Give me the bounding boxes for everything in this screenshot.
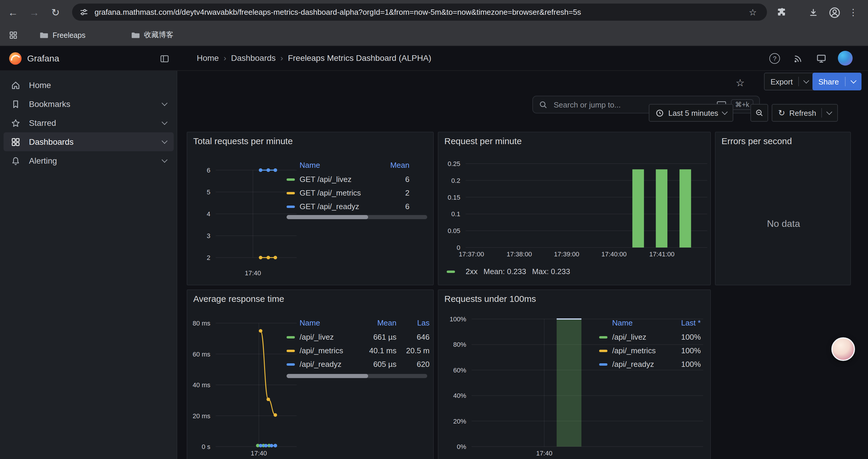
svg-text:60 ms: 60 ms — [193, 351, 210, 358]
legend-header-mean[interactable]: Mean — [390, 160, 409, 169]
chart-legend: 2xx Mean: 0.233 Max: 0.233 — [447, 267, 570, 276]
legend-row[interactable]: /api/_livez 661 µs 646 — [286, 330, 430, 344]
sidebar: Home Bookmarks Starred Dashboards — [0, 71, 177, 459]
chevron-down-icon[interactable] — [162, 100, 167, 106]
assistant-avatar[interactable] — [831, 337, 855, 361]
legend-table: Name Mean GET /api/_livez 6 GET /api/_me… — [286, 157, 409, 213]
no-data-message: No data — [716, 219, 851, 229]
scrollbar-thumb[interactable] — [286, 374, 368, 378]
scrollbar-thumb[interactable] — [286, 215, 368, 219]
legend-header-mean[interactable]: Mean — [360, 318, 397, 327]
bookmark-label: Freeleaps — [53, 31, 85, 39]
series-name[interactable]: 2xx — [466, 267, 477, 276]
legend-row[interactable]: /api/_readyz 605 µs 620 — [286, 357, 430, 371]
chevron-down-icon — [850, 78, 857, 84]
forward-icon[interactable]: → — [26, 4, 42, 21]
legend-row[interactable]: GET /api/_metrics 2 — [286, 186, 409, 200]
legend-scrollbar[interactable] — [286, 215, 427, 219]
legend-header-last[interactable]: Last * — [681, 318, 701, 327]
zoom-out-button[interactable] — [750, 104, 768, 122]
search-icon — [539, 100, 548, 109]
screen: ← → ↻ grafana.mathmast.com/d/deytv4rwava… — [0, 0, 868, 459]
svg-text:5: 5 — [207, 189, 210, 196]
chevron-down-icon[interactable] — [162, 157, 167, 163]
browser-profile-icon[interactable] — [826, 4, 843, 21]
bookmark-folder-blog[interactable]: 收藏博客 — [126, 28, 178, 42]
sidebar-item-alerting[interactable]: Alerting — [4, 151, 174, 170]
user-avatar[interactable] — [838, 51, 852, 66]
panel-request-per-minute[interactable]: Request per minute 0.250.20.150.10.05017… — [438, 132, 711, 285]
browser-menu-icon[interactable]: ⋮ — [845, 4, 862, 21]
legend-header-name[interactable]: Name — [300, 160, 320, 169]
series-max: Max: 0.233 — [532, 267, 570, 276]
legend-header-last[interactable]: Las — [397, 318, 430, 327]
breadcrumb-dashboards[interactable]: Dashboards — [231, 53, 276, 63]
refresh-button[interactable]: ↻ Refresh — [772, 104, 838, 122]
folder-icon — [39, 31, 49, 40]
share-button[interactable]: Share — [812, 73, 861, 90]
panel-total-requests[interactable]: Total requests per minute 6543217:40 Nam… — [187, 132, 434, 285]
series-swatch — [599, 363, 608, 365]
svg-text:17:40: 17:40 — [536, 450, 553, 457]
svg-text:17:40: 17:40 — [245, 269, 261, 277]
bookmark-folder-freeleaps[interactable]: Freeleaps — [34, 28, 90, 42]
series-swatch — [286, 205, 295, 208]
search-shortcut: ⌘+k — [731, 99, 753, 110]
svg-text:0.2: 0.2 — [451, 177, 460, 184]
svg-text:17:41:00: 17:41:00 — [649, 251, 675, 258]
sidebar-item-home[interactable]: Home — [4, 76, 174, 95]
chevron-down-icon[interactable] — [162, 119, 167, 125]
sidebar-item-starred[interactable]: Starred — [4, 113, 174, 132]
address-bar[interactable]: grafana.mathmast.com/d/deytv4rwavabkb/fr… — [72, 4, 767, 21]
dock-sidebar-icon[interactable] — [156, 50, 173, 67]
series-swatch — [286, 178, 295, 181]
downloads-icon[interactable] — [805, 4, 821, 21]
svg-text:17:37:00: 17:37:00 — [459, 251, 484, 258]
legend-header-name[interactable]: Name — [612, 318, 632, 327]
panel-errors-per-second[interactable]: Errors per second No data — [715, 132, 851, 285]
site-info-icon[interactable] — [79, 7, 89, 17]
panel-avg-response-time[interactable]: Average response time 80 ms60 ms40 ms20 … — [187, 290, 434, 459]
breadcrumb-home[interactable]: Home — [197, 53, 219, 63]
side-panel-grid-icon[interactable] — [5, 27, 21, 43]
svg-text:20%: 20% — [453, 418, 466, 425]
svg-text:0.05: 0.05 — [447, 227, 460, 234]
brand-name[interactable]: Grafana — [27, 53, 59, 63]
export-button[interactable]: Export — [764, 73, 814, 90]
monitor-icon[interactable] — [813, 50, 830, 67]
url-text[interactable]: grafana.mathmast.com/d/deytv4rwavabkb/fr… — [95, 8, 767, 17]
back-icon[interactable]: ← — [5, 4, 21, 21]
grafana-logo[interactable] — [8, 52, 23, 66]
refresh-icon: ↻ — [778, 108, 785, 118]
svg-text:80%: 80% — [453, 341, 466, 348]
legend-scrollbar[interactable] — [286, 374, 427, 378]
svg-text:17:39:00: 17:39:00 — [554, 251, 579, 258]
time-range-picker[interactable]: Last 5 minutes — [649, 104, 733, 122]
legend-row[interactable]: GET /api/_readyz 6 — [286, 200, 409, 213]
browser-toolbar: ← → ↻ grafana.mathmast.com/d/deytv4rwava… — [0, 0, 868, 25]
legend-row[interactable]: /api/_readyz 100% — [599, 357, 701, 371]
news-rss-icon[interactable] — [789, 50, 806, 67]
panel-title[interactable]: Errors per second — [721, 136, 792, 146]
panel-requests-under-100ms[interactable]: Requests under 100ms 100%80%60%40%20%0%1… — [438, 290, 711, 459]
bookmark-star-icon[interactable]: ☆ — [745, 4, 761, 21]
legend-header-name[interactable]: Name — [300, 318, 360, 327]
svg-text:100%: 100% — [450, 316, 466, 323]
legend-row[interactable]: /api/_metrics 40.1 ms 20.5 m — [286, 344, 430, 357]
svg-text:17:38:00: 17:38:00 — [507, 251, 532, 258]
extensions-icon[interactable] — [773, 4, 790, 21]
bookmark-icon — [11, 99, 21, 109]
svg-text:0.15: 0.15 — [447, 194, 460, 201]
legend-row[interactable]: GET /api/_livez 6 — [286, 172, 409, 186]
breadcrumb: Home › Dashboards › Freeleaps Metrics Da… — [197, 53, 431, 63]
legend-row[interactable]: /api/_metrics 100% — [599, 344, 701, 357]
favorite-dashboard-icon[interactable]: ☆ — [736, 77, 745, 89]
sidebar-item-dashboards[interactable]: Dashboards — [4, 132, 174, 151]
legend-row[interactable]: /api/_livez 100% — [599, 330, 701, 344]
help-icon[interactable]: ? — [766, 50, 783, 67]
sidebar-item-bookmarks[interactable]: Bookmarks — [4, 95, 174, 113]
chevron-down-icon[interactable] — [162, 138, 167, 144]
series-swatch — [286, 192, 295, 194]
svg-text:60%: 60% — [453, 366, 466, 374]
reload-icon[interactable]: ↻ — [47, 4, 64, 21]
